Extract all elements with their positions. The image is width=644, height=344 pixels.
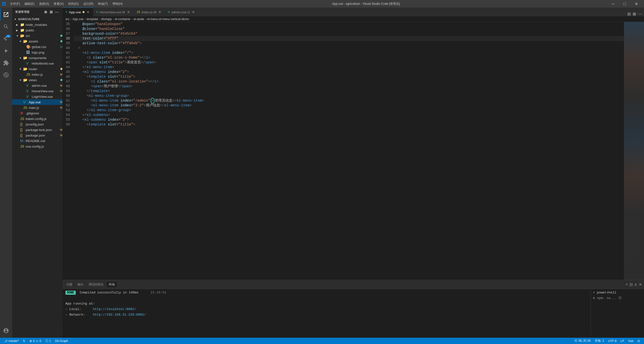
menu-select[interactable]: 选择(S) [37,1,51,7]
menu-terminal[interactable]: 终端(T) [96,1,110,7]
terminal-chevron-up-icon[interactable]: ∧ [634,282,637,287]
status-info[interactable]: ⓘ 1 [43,338,53,344]
terminal-close-icon[interactable]: ✕ [639,282,642,287]
menu-help[interactable]: 帮助(H) [110,1,125,7]
status-branch[interactable]: ⎇ master* [2,338,21,344]
tab-bar-actions[interactable]: ⊟ ⊞ ⋯ [627,12,644,16]
sidebar-item-jsconfig[interactable]: ▶ {} jsconfig.json [12,121,62,127]
minimize-button[interactable]: ─ [607,0,619,8]
status-git-graph[interactable]: Git Graph [53,338,70,344]
sidebar-item-router[interactable]: ▼ 📂 router [12,66,62,72]
branch-icon: ⎇ [4,339,8,343]
tab-app-vue[interactable]: V App.vue ✕ [62,8,93,16]
activity-search[interactable] [0,21,12,33]
sidebar-item-package-lock[interactable]: ▶ {} package-lock.json M [12,127,62,133]
status-spaces[interactable]: 空格: 2 [593,338,606,344]
sidebar-item-node-modules[interactable]: ▶ 📁 node_modules [12,22,62,27]
tab-close-button[interactable]: ✕ [86,10,90,15]
sidebar-item-app-vue[interactable]: ▶ V App.vue M [12,99,62,105]
sidebar-item-babel[interactable]: ▶ JS babel.config.js [12,116,62,121]
sidebar-item-logo[interactable]: ▶ 🖼 logo.png [12,50,62,55]
status-language[interactable]: Vue [626,338,635,344]
more-tabs-icon[interactable]: ⋯ [638,12,642,16]
terminal-powershell[interactable]: ⚡ powershell [593,290,641,295]
activity-source-control[interactable]: 10 [0,33,12,45]
terminal-add-icon[interactable]: + [626,282,628,287]
more-options-icon[interactable]: ⋯ [54,9,59,15]
sidebar-item-public[interactable]: ▶ 📁 public [12,27,62,33]
terminal-line-empty [65,295,586,301]
terminal-tab-terminal[interactable]: 终端 [107,282,117,287]
maximize-button[interactable]: □ [619,0,630,8]
folder-open-icon: 📂 [23,39,28,43]
code-content[interactable]: @open="handleUopen" @close="handleClose"… [73,22,624,280]
breadcrumb-el-menu[interactable]: el-menu.el-menu-vertical-demo [147,17,189,21]
new-folder-icon[interactable]: ⊞ [49,9,54,15]
tab-homeview-label: HomeView.vue M [100,10,125,14]
menu-run[interactable]: 运行(R) [81,1,96,7]
terminal-tab-problems[interactable]: 问题 [64,282,74,287]
split-editor-icon[interactable]: ⊟ [627,12,631,16]
breadcrumb-file[interactable]: App.vue [72,17,84,21]
close-button[interactable]: ✕ [630,0,642,8]
status-remote[interactable]: ⊡ [635,338,642,344]
sidebar-header-icons[interactable]: ⊕ ⊞ ⋯ [44,9,59,15]
new-file-icon[interactable]: ⊕ [44,9,48,15]
terminal-header-right[interactable]: + ⊟ ∧ ✕ [626,282,642,287]
tree-root[interactable]: ▼ AGRICULTURE [12,16,62,22]
status-encoding[interactable]: UTF-8 [606,338,619,344]
tab-close-button[interactable]: ✕ [158,10,162,15]
sidebar-item-views[interactable]: ▼ 📂 views [12,77,62,83]
breadcrumb-divapp[interactable]: div#app [101,17,112,21]
sep3: › [99,17,100,21]
sep1: › [70,17,71,21]
sidebar-item-helloworld[interactable]: ▶ V HelloWorld.vue [12,61,62,66]
sidebar-item-assets[interactable]: ▼ 📂 assets [12,38,62,44]
sidebar-item-global-css[interactable]: ▶ 🎨 global.css U [12,44,62,50]
menu-file[interactable]: 文件(F) [8,1,22,7]
sidebar-item-package[interactable]: ▶ {} package.json M [12,133,62,138]
status-errors[interactable]: ⊗ 0 ⚠ 0 [27,338,43,344]
activity-extensions[interactable] [0,57,12,69]
sidebar-item-gitignore[interactable]: ▶ ⚙ .gitignore [12,110,62,116]
breadcrumb-el-aside[interactable]: el-aside [134,17,144,21]
sidebar-item-readme[interactable]: ▶ M↓ README.md [12,138,62,144]
activity-account[interactable] [0,325,12,337]
terminal-tab-output[interactable]: 输出 [75,282,86,287]
status-eol[interactable]: LF [619,338,626,344]
breadcrumb-el-container[interactable]: el-container [115,17,131,21]
sidebar-item-admin-vue[interactable]: ▶ V admin.vue M [12,83,62,88]
tab-index-js[interactable]: JS index.js M ✕ [134,8,165,16]
network-url[interactable]: http://192.168.31.220:8081/ [93,313,146,317]
sidebar-item-components[interactable]: ▼ 📂 components [12,55,62,61]
activity-explorer[interactable] [0,9,12,21]
code-editor[interactable]: 35 36 37 38 39 40 41 42 43 44 45 46 47 4… [62,22,624,280]
local-url[interactable]: http://localhost:8081/ [93,307,136,311]
tab-homeview[interactable]: V HomeView.vue M ✕ [93,8,134,16]
status-sync[interactable]: ↻ [21,338,27,344]
tab-close-button[interactable]: ✕ [127,10,131,15]
sidebar-item-src[interactable]: ▼ 📂 src [12,33,62,38]
breadcrumb-template[interactable]: template [87,17,98,21]
menu-edit[interactable]: 编辑(E) [22,1,36,7]
activity-run[interactable] [0,45,12,57]
js-file-icon: JS [20,144,25,148]
terminal-npm[interactable]: ⚙ npm: se... ⓒ [593,295,641,301]
sidebar-item-loginview[interactable]: ▶ V LoginView.vue [12,94,62,99]
menu-goto[interactable]: 转到(G) [66,1,81,7]
tab-close-button[interactable]: ✕ [191,10,195,15]
layout-icon[interactable]: ⊞ [633,12,636,16]
sidebar-item-homeview[interactable]: ▶ V HomeView.vue M [12,88,62,94]
activity-remote[interactable] [0,69,12,81]
window-controls[interactable]: ─ □ ✕ [607,0,642,8]
sidebar-item-main-js[interactable]: ▶ JS main.js M [12,105,62,110]
terminal-tab-debug[interactable]: 调试控制台 [87,282,106,287]
sidebar-item-router-index[interactable]: ▶ JS index.js M [12,72,62,77]
terminal-split-icon[interactable]: ⊟ [629,282,633,287]
sidebar-item-vue-config[interactable]: ▶ JS vue.config.js [12,144,62,149]
tab-admin-vue[interactable]: V admin.vue U ✕ [165,8,198,16]
menu-view[interactable]: 查看(V) [52,1,66,7]
title-bar-menu[interactable]: 文件(F) 编辑(E) 选择(S) 查看(V) 转到(G) 运行(R) 终端(T… [8,1,125,7]
breadcrumb-src[interactable]: src [65,17,69,21]
status-position[interactable]: 行 38, 列 28 [573,338,593,344]
